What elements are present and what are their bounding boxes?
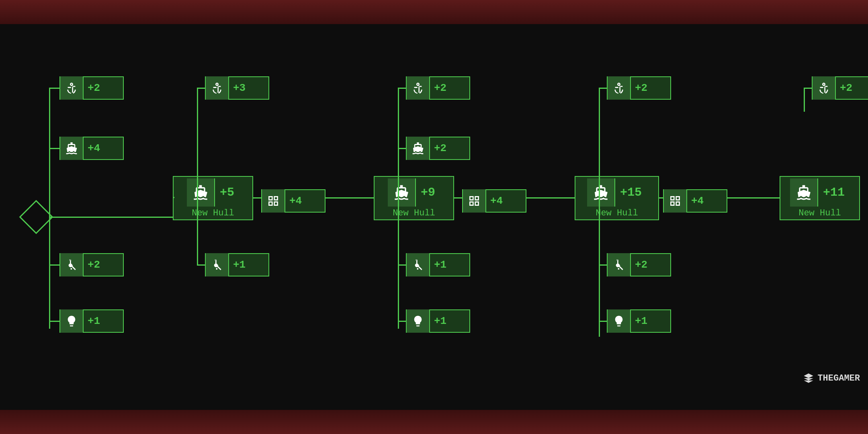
- hull-value-3: +15: [615, 186, 647, 199]
- anchor-icon-0: [60, 76, 84, 100]
- hull-icon-3: [587, 178, 615, 207]
- watermark-text: THEGAMER: [817, 373, 860, 383]
- hull-icon-1: [187, 178, 215, 207]
- start-node: [19, 200, 53, 234]
- bulb-value-0: +1: [84, 315, 104, 327]
- anchor-value-4: +2: [836, 82, 856, 94]
- hull-label-3: New Hull: [596, 208, 638, 218]
- watermark-icon: [803, 373, 814, 384]
- fan-value-0: +2: [84, 259, 104, 271]
- hull3-to-module3: [659, 197, 664, 199]
- fan-icon-1: [206, 253, 229, 276]
- bulb-icon-2: [407, 309, 430, 333]
- top-bar: [0, 0, 868, 24]
- stat-anchor-0: +2: [59, 76, 124, 100]
- module-icon-2: [463, 189, 486, 213]
- ship-value-2: +2: [430, 142, 450, 154]
- ship-value-0: +4: [84, 142, 104, 154]
- module-icon-3: [664, 189, 687, 213]
- stat-anchor-4: +2: [812, 76, 868, 100]
- hull-box-2[interactable]: +9 New Hull: [374, 176, 454, 220]
- stat-bulb-2: +1: [406, 309, 470, 333]
- stat-anchor-3: +2: [607, 76, 671, 100]
- anchor-value-3: +2: [631, 82, 651, 94]
- hull-value-4: +11: [818, 186, 850, 199]
- module2-to-hull3: [526, 197, 575, 199]
- watermark: THEGAMER: [803, 373, 860, 384]
- anchor-value-0: +2: [84, 82, 104, 94]
- bulb-value-2: +1: [430, 315, 450, 327]
- stat-fan-3: +2: [607, 253, 671, 276]
- anchor-icon-4: [813, 76, 836, 100]
- col3-left-vert: [599, 88, 600, 337]
- hull-value-2: +9: [416, 186, 440, 199]
- anchor-icon-3: [608, 76, 631, 100]
- stat-ship-0: +4: [59, 137, 124, 160]
- hull-label-4: New Hull: [798, 208, 841, 218]
- main-line-0: [49, 217, 174, 218]
- stat-anchor-2: +2: [406, 76, 470, 100]
- fan-icon-2: [407, 253, 430, 276]
- fan-value-3: +2: [631, 259, 651, 271]
- module-box-1[interactable]: +4: [261, 189, 326, 213]
- bulb-icon-3: [608, 309, 631, 333]
- module3-to-hull4: [727, 197, 780, 199]
- hull-icon-4: [790, 178, 818, 207]
- hull-icon-2: [388, 178, 416, 207]
- anchor-icon-1: [206, 76, 229, 100]
- main-area: +2 +4 +2 +1 +5 New Hull: [0, 24, 868, 410]
- ship-icon-0: [60, 137, 84, 160]
- anchor-value-1: +3: [229, 82, 250, 94]
- module-box-3[interactable]: +4: [663, 189, 727, 213]
- hull-box-3[interactable]: +15 New Hull: [575, 176, 659, 220]
- stat-anchor-1: +3: [205, 76, 269, 100]
- stat-fan-0: +2: [59, 253, 124, 276]
- col0-left-vert: [49, 88, 50, 329]
- stat-ship-2: +2: [406, 137, 470, 160]
- bottom-bar: [0, 410, 868, 434]
- module-box-2[interactable]: +4: [462, 189, 526, 213]
- h1-pre-line: [174, 197, 174, 198]
- col2-left-vert: [398, 88, 399, 329]
- bulb-value-3: +1: [631, 315, 651, 327]
- hull-box-1[interactable]: +5 New Hull: [173, 176, 253, 220]
- module-value-2: +4: [486, 195, 507, 207]
- hull-box-4[interactable]: +11 New Hull: [780, 176, 860, 220]
- module-value-1: +4: [285, 195, 306, 207]
- stat-bulb-0: +1: [59, 309, 124, 333]
- ship-icon-2: [407, 137, 430, 160]
- bulb-icon-0: [60, 309, 84, 333]
- stat-bulb-3: +1: [607, 309, 671, 333]
- col1-left-vert: [197, 88, 198, 264]
- hull1-to-module1: [253, 197, 262, 199]
- hull-value-1: +5: [215, 186, 239, 199]
- stat-fan-1: +1: [205, 253, 269, 276]
- module-icon-1: [262, 189, 285, 213]
- anchor-value-2: +2: [430, 82, 450, 94]
- stat-fan-2: +1: [406, 253, 470, 276]
- fan-icon-3: [608, 253, 631, 276]
- fan-value-1: +1: [229, 259, 250, 271]
- anchor-icon-2: [407, 76, 430, 100]
- fan-value-2: +1: [430, 259, 450, 271]
- hull-label-1: New Hull: [192, 208, 234, 218]
- col4-left-vert: [804, 88, 805, 112]
- module-value-3: +4: [687, 195, 708, 207]
- hull-label-2: New Hull: [393, 208, 435, 218]
- hull2-to-module2: [454, 197, 463, 199]
- fan-icon-0: [60, 253, 84, 276]
- module1-to-hull2: [326, 197, 375, 199]
